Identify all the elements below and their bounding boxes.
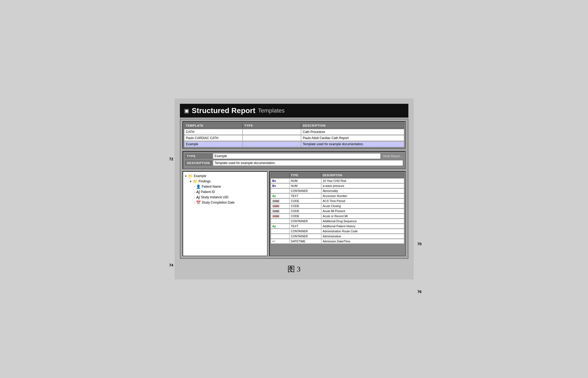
ref-74: 74 [169, 263, 174, 267]
catalog-icon-cell [271, 219, 289, 224]
tree-leaf-icon-2: ◦ [194, 191, 195, 194]
tree-children: ▼ 📁 Findings ◦ 👤 Patient Name [189, 179, 265, 205]
catalog-desc-cell: Abnormality [321, 188, 404, 193]
template-name-cell: Example [184, 141, 243, 147]
tree-findings-label: Findings [198, 179, 210, 183]
catalog-row[interactable]: CODE CODE Acute or Recent MI [271, 214, 404, 218]
template-name-cell: Pauls CARDIAC CATH [184, 135, 243, 141]
catalog-row[interactable]: CODE CODE Acute MI Present [271, 209, 404, 213]
tree-leaf-icon-1: ◦ [194, 185, 195, 188]
desc-field-row: DESCRIPTION Template used for example do… [185, 160, 403, 166]
catalog-row[interactable]: CONTAINER Administrative [271, 234, 404, 239]
tree-root-label: Example [194, 174, 206, 178]
catalog-type-cell: DATETIME [289, 239, 321, 244]
catalog-icon-cell [271, 234, 289, 239]
tree-item-findings[interactable]: ▼ 📁 Findings [189, 179, 265, 184]
catalog-type-cell: NUM [289, 178, 321, 183]
catalog-row[interactable]: CODE CODE ACS Time Period [271, 199, 404, 203]
tree-item-study-uid[interactable]: ◦ Aj Study Instance UID [194, 195, 265, 200]
tree-study-uid-label: Study Instance UID [201, 195, 228, 199]
title-main: Structured Report [192, 106, 256, 115]
catalog-row[interactable]: Bs NUM a-wave pressure [271, 183, 404, 188]
detail-section: TYPE Example Verify Report ... DESCRIPTI… [183, 151, 406, 169]
main-container: ▣ Structured Report Templates TEMPLATE T… [175, 98, 414, 280]
ref-70: 70 [417, 242, 422, 246]
catalog-type-cell: CONTAINER [289, 234, 321, 239]
type-label: TYPE [185, 154, 212, 158]
catalog-row[interactable]: CODE CODE Acute Closing [271, 204, 404, 208]
catalog-header-row: TYPE DESCRIPTION [271, 173, 404, 178]
tree-expand-icon[interactable]: ▼ [185, 175, 187, 178]
tree-findings-children: ◦ 👤 Patient Name ◦ Aj Patient ID [194, 184, 265, 205]
template-list-row[interactable]: CATH Cath Procedure [184, 129, 404, 135]
catalog-row[interactable]: Ay TEXT Additional Patient History [271, 224, 404, 229]
type-extra: Verify Report ... [383, 154, 403, 158]
catalog-row[interactable]: Bs NUM 10 Year CHD Risk [271, 178, 404, 183]
tree-study-date-icon: 📅 [196, 200, 201, 205]
catalog-icon-cell: Bs [271, 183, 289, 188]
page-wrapper: 72 74 70 76 ▣ Structured Report Template… [175, 98, 414, 280]
type-input[interactable]: Example [213, 153, 381, 159]
tree-item-patient-id[interactable]: ◦ Aj Patient ID [194, 189, 265, 195]
tree-findings-folder-icon: 📁 [193, 179, 197, 183]
catalog-icon-cell: CODE [271, 204, 289, 208]
figure-caption: 图 3 [180, 264, 408, 274]
tree-patient-name-label: Patient Name [202, 185, 221, 188]
tree-leaf-icon-3: ◦ [194, 196, 195, 199]
catalog-icon-cell: Bs [271, 178, 289, 183]
template-list-row-selected[interactable]: Example Template used for example docume… [184, 141, 404, 147]
bottom-panels: ▼ 📁 Example ▼ 📁 Findings [183, 171, 406, 256]
template-list-section: TEMPLATE TYPE DESCRIPTION CATH Cath Proc… [183, 121, 406, 149]
catalog-row[interactable]: CONTAINER Abnormality [271, 188, 404, 193]
catalog-icon-cell: Ay [271, 224, 289, 229]
catalog-desc-cell: Acute Closing [321, 204, 404, 208]
col-header-template: TEMPLATE [184, 123, 243, 128]
tree-expand-findings-icon[interactable]: ▼ [189, 180, 192, 183]
catalog-row[interactable]: Ay TEXT Accession Number [271, 194, 404, 198]
catalog-type-cell: NUM [289, 183, 321, 188]
tree-patient-id-label: Patient ID [201, 190, 215, 194]
catalog-type-cell: CONTAINER [289, 219, 321, 224]
col-header-type: TYPE [243, 123, 301, 128]
catalog-row[interactable]: CONTAINER Administration Route Code [271, 229, 404, 234]
tree-panel: ▼ 📁 Example ▼ 📁 Findings [183, 171, 268, 256]
catalog-col-desc: DESCRIPTION [321, 173, 404, 178]
template-type-cell [243, 129, 301, 135]
catalog-desc-cell: Additional Drug Sequence [321, 219, 404, 224]
ref-76: 76 [417, 290, 422, 294]
template-list-row[interactable]: Pauls CARDIAC CATH Pauls Adult Cardiac C… [184, 135, 404, 141]
catalog-type-cell: TEXT [289, 194, 321, 198]
catalog-panel: TYPE DESCRIPTION Bs NUM 10 Year CHD Risk… [269, 171, 406, 256]
catalog-type-cell: CONTAINER [289, 188, 321, 193]
ref-72: 72 [169, 157, 174, 161]
tree-patient-name-icon: 👤 [196, 184, 201, 189]
tree-patient-id-icon: Aj [196, 190, 200, 194]
catalog-type-cell: CONTAINER [289, 229, 321, 234]
catalog-type-cell: CODE [289, 209, 321, 213]
catalog-icon-cell: Ay [271, 194, 289, 198]
catalog-row[interactable]: CONTAINER Additional Drug Sequence [271, 219, 404, 224]
catalog-icon-cell [271, 229, 289, 234]
tree-study-date-label: Study Completion Date [202, 201, 234, 204]
desc-input[interactable]: Template used for example documentation. [213, 160, 403, 166]
catalog-icon-cell: CODE [271, 214, 289, 218]
template-type-cell [243, 141, 301, 147]
desc-label: DESCRIPTION [185, 161, 212, 165]
template-desc-cell: Pauls Adult Cardiac Cath Report [301, 135, 404, 141]
catalog-type-cell: CODE [289, 204, 321, 208]
catalog-type-cell: CODE [289, 214, 321, 218]
catalog-row[interactable]: DT DATETIME Admission Date/Time [271, 239, 404, 244]
tree-folder-icon: 📁 [188, 174, 193, 178]
tree-leaf-icon-4: ◦ [194, 201, 195, 204]
tree-item-study-date[interactable]: ◦ 📅 Study Completion Date [194, 200, 265, 205]
tree-root[interactable]: ▼ 📁 Example [185, 173, 265, 179]
tree-item-patient-name[interactable]: ◦ 👤 Patient Name [194, 184, 265, 189]
catalog-icon-cell [271, 188, 289, 193]
catalog-desc-cell: a-wave pressure [321, 183, 404, 188]
list-header-row: TEMPLATE TYPE DESCRIPTION [184, 123, 404, 128]
title-bar: ▣ Structured Report Templates [180, 104, 408, 118]
catalog-desc-cell: Acute MI Present [321, 209, 404, 213]
catalog-type-cell: CODE [289, 199, 321, 203]
catalog-icon-cell: CODE [271, 209, 289, 213]
catalog-desc-cell: Additional Patient History [321, 224, 404, 229]
